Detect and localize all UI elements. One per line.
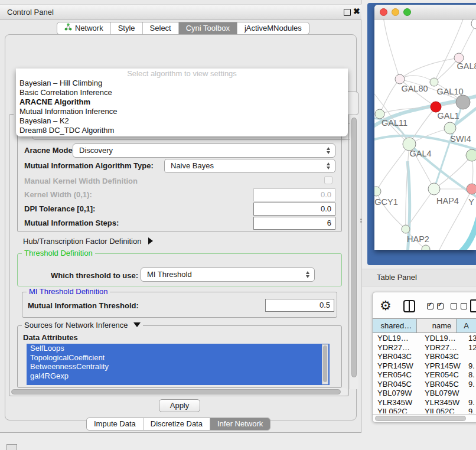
network-node[interactable] bbox=[422, 245, 430, 250]
network-icon bbox=[64, 22, 72, 34]
network-node[interactable] bbox=[471, 19, 476, 29]
tab-discretize-data[interactable]: Discretize Data bbox=[143, 418, 210, 430]
cell-shared-name: YDR27… bbox=[377, 343, 410, 353]
close-traffic-light-icon[interactable] bbox=[380, 8, 387, 16]
network-node-gal10[interactable] bbox=[430, 78, 438, 86]
tab-infer-network[interactable]: Infer Network bbox=[210, 418, 270, 430]
table-header: shared…nameA bbox=[373, 318, 476, 333]
attribute-item-gal4rgexp[interactable]: gal4RGexp bbox=[27, 371, 330, 381]
network-node-hap2[interactable] bbox=[402, 225, 410, 233]
cell-value: 9. bbox=[468, 398, 475, 407]
table-window: ⚙ shared…nameA YDL19…YDL19…13YDR27…YDR27… bbox=[372, 292, 476, 423]
table-row[interactable]: YBL079WYBL079W bbox=[373, 389, 476, 398]
column-header-name[interactable]: name bbox=[417, 319, 457, 332]
tab-network[interactable]: Network bbox=[57, 22, 110, 34]
cell-value: 9. bbox=[468, 361, 475, 371]
network-node[interactable] bbox=[466, 149, 476, 161]
table-panel-bar: Table Panel bbox=[362, 269, 476, 286]
dpi-tolerance-field[interactable]: 0.0 bbox=[253, 203, 335, 216]
tab-cyni-toolbox[interactable]: Cyni Toolbox bbox=[178, 22, 237, 34]
network-node-gal11[interactable] bbox=[375, 109, 384, 119]
kernel-width-field[interactable]: 0.0 bbox=[253, 188, 335, 201]
network-node-y[interactable] bbox=[467, 184, 476, 194]
select-all-checkbox-icon[interactable] bbox=[427, 303, 433, 309]
which-threshold-value: MI Threshold bbox=[147, 268, 192, 281]
cell-name: YIL052C bbox=[425, 407, 455, 413]
data-attributes-list[interactable]: SelfLoopsTopologicalCoefficientBetweenne… bbox=[27, 344, 330, 385]
control-panel-titlebar: Control Panel ✖ bbox=[0, 4, 361, 20]
attribute-item-betweennesscentrality[interactable]: BetweennessCentrality bbox=[27, 362, 330, 371]
tab-jactivemnodules[interactable]: jActiveMNodules bbox=[237, 22, 309, 34]
algorithm-item-bayesian-hill-climbing[interactable]: Bayesian – Hill Climbing bbox=[16, 79, 348, 88]
sources-title: Sources for Network Inference bbox=[24, 321, 128, 330]
deselect-all-checkbox-icon[interactable] bbox=[451, 303, 457, 309]
mi-threshold-field[interactable]: 0.5 bbox=[265, 299, 334, 312]
gear-icon[interactable]: ⚙ bbox=[380, 298, 392, 314]
attribute-item-topologicalcoefficient[interactable]: TopologicalCoefficient bbox=[27, 353, 330, 363]
tab-style[interactable]: Style bbox=[110, 22, 142, 34]
tab-select[interactable]: Select bbox=[142, 22, 178, 34]
attributes-scrollbar[interactable] bbox=[322, 344, 328, 384]
apply-button[interactable]: Apply bbox=[159, 399, 200, 412]
algorithm-item-basic-correlation-inference[interactable]: Basic Correlation Inference bbox=[16, 88, 348, 97]
algorithm-item-aracne-algorithm[interactable]: ARACNE Algorithm bbox=[16, 97, 348, 107]
tab-impute-data[interactable]: Impute Data bbox=[87, 418, 143, 430]
control-panel-body: gal-filtered sif default node Select alg… bbox=[5, 34, 357, 420]
manual-kernel-checkbox[interactable] bbox=[324, 176, 332, 184]
settings-vertical-scrollbar[interactable] bbox=[350, 115, 358, 389]
network-node-gcy1[interactable] bbox=[374, 187, 381, 196]
column-header-a[interactable]: A bbox=[457, 319, 476, 332]
mi-steps-field[interactable]: 6 bbox=[253, 217, 335, 230]
cell-value: 13 bbox=[468, 334, 476, 343]
mi-steps-label: Mutual Information Steps: bbox=[24, 219, 119, 227]
screenshot-root: Control Panel ✖ NetworkStyleSelectCyni T… bbox=[0, 0, 476, 450]
algorithm-item-dream8-dc-tdc-algorithm[interactable]: Dream8 DC_TDC Algorithm bbox=[16, 126, 348, 135]
algorithm-dropdown-popup: Select algorithm to view settings Bayesi… bbox=[16, 69, 348, 136]
close-icon[interactable]: ✖ bbox=[353, 6, 360, 16]
column-header-shared[interactable]: shared… bbox=[373, 319, 417, 332]
sources-toggle[interactable]: Sources for Network Inference bbox=[22, 321, 143, 330]
float-panel-icon[interactable] bbox=[344, 9, 351, 16]
select-all-checkbox-icon2[interactable] bbox=[437, 303, 444, 309]
stepper-icon bbox=[327, 146, 331, 155]
document-icon[interactable] bbox=[470, 299, 476, 312]
table-row[interactable]: YER054CYER054C8. bbox=[373, 370, 476, 380]
zoom-traffic-light-icon[interactable] bbox=[403, 8, 411, 16]
cell-name: YLR345W bbox=[425, 398, 459, 407]
algorithm-item-mutual-information-inference[interactable]: Mutual Information Inference bbox=[16, 107, 348, 116]
minimize-traffic-light-icon[interactable] bbox=[392, 8, 399, 16]
cell-shared-name: YER054C bbox=[377, 370, 412, 380]
table-row[interactable]: YBR045CYBR045C9. bbox=[373, 380, 476, 389]
table-row[interactable]: YDL19…YDL19…13 bbox=[373, 334, 476, 343]
tab-label: Infer Network bbox=[217, 418, 263, 430]
table-rows[interactable]: YDL19…YDL19…13YDR27…YDR27…12YBR043CYBR04… bbox=[373, 334, 476, 413]
which-threshold-combo[interactable]: MI Threshold bbox=[141, 268, 315, 282]
stepper-icon bbox=[327, 162, 331, 170]
deselect-all-checkbox-icon2[interactable] bbox=[461, 303, 467, 309]
aracne-mode-combo[interactable]: Discovery bbox=[73, 144, 335, 158]
table-row[interactable]: YIL052CYIL052C9. bbox=[373, 407, 476, 413]
network-node[interactable] bbox=[456, 95, 470, 109]
network-node-swi4[interactable] bbox=[444, 122, 456, 134]
hub-definition-toggle[interactable]: Hub/Transcription Factor Definition bbox=[23, 237, 153, 246]
settings-horizontal-scrollbar[interactable] bbox=[10, 388, 348, 396]
mi-type-combo[interactable]: Naive Bayes bbox=[164, 159, 335, 173]
network-window: GAL8GAL80GAL10GAL1GAL11SWI4GAL4GCY1HAP4Y… bbox=[374, 5, 476, 250]
network-node-gal80[interactable] bbox=[395, 74, 405, 84]
columns-icon[interactable] bbox=[403, 300, 415, 312]
network-canvas[interactable]: GAL8GAL80GAL10GAL1GAL11SWI4GAL4GCY1HAP4Y… bbox=[374, 19, 476, 250]
table-row[interactable]: YBR043CYBR043C bbox=[373, 352, 476, 361]
algorithm-item-bayesian-k2[interactable]: Bayesian – K2 bbox=[16, 116, 348, 126]
splitter-grip[interactable] bbox=[360, 218, 363, 224]
attribute-item-selfloops[interactable]: SelfLoops bbox=[27, 344, 330, 353]
tab-label: Network bbox=[75, 22, 103, 34]
table-row[interactable]: YPR145WYPR145W9. bbox=[373, 361, 476, 371]
table-row[interactable]: YDR27…YDR27…12 bbox=[373, 343, 476, 353]
table-horizontal-scrollbar[interactable] bbox=[373, 414, 476, 422]
table-row[interactable]: YLR345WYLR345W9. bbox=[373, 398, 476, 407]
chevron-right-icon bbox=[148, 237, 153, 244]
mi-threshold-title: MI Threshold Definition bbox=[27, 288, 110, 296]
network-node-hap4[interactable] bbox=[428, 183, 440, 195]
dpi-tolerance-label: DPI Tolerance [0,1]: bbox=[24, 204, 95, 213]
minimized-panel-icon[interactable] bbox=[6, 444, 17, 450]
